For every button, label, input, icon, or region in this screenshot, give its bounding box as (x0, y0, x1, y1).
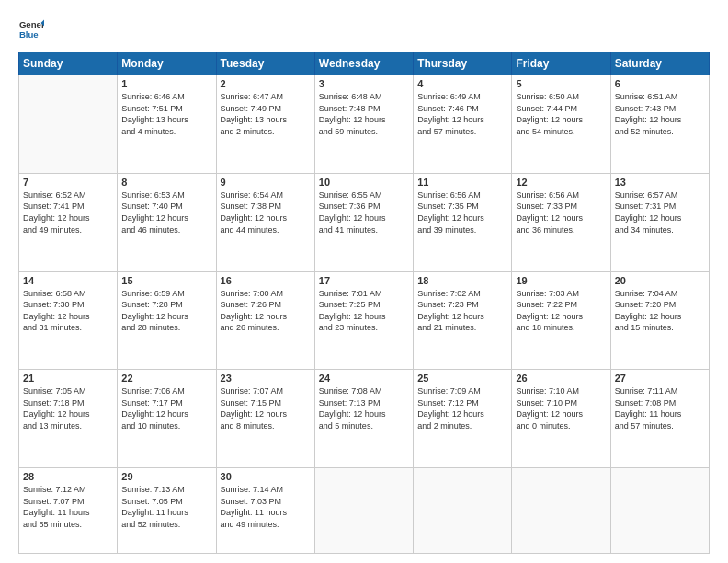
week-row-1: 7Sunrise: 6:52 AMSunset: 7:41 PMDaylight… (19, 173, 710, 271)
calendar-cell: 12Sunrise: 6:56 AMSunset: 7:33 PMDayligh… (512, 173, 610, 271)
calendar-cell: 30Sunrise: 7:14 AMSunset: 7:03 PMDayligh… (216, 468, 314, 554)
calendar-cell: 20Sunrise: 7:04 AMSunset: 7:20 PMDayligh… (610, 271, 709, 370)
day-number: 3 (319, 78, 409, 89)
calendar-cell: 23Sunrise: 7:07 AMSunset: 7:15 PMDayligh… (216, 370, 314, 468)
calendar-cell: 13Sunrise: 6:57 AMSunset: 7:31 PMDayligh… (610, 173, 709, 271)
day-number: 14 (23, 275, 113, 286)
day-number: 9 (221, 177, 311, 188)
day-number: 5 (516, 78, 606, 89)
calendar-cell (512, 468, 610, 554)
calendar-cell: 14Sunrise: 6:58 AMSunset: 7:30 PMDayligh… (19, 271, 118, 370)
calendar-cell: 3Sunrise: 6:48 AMSunset: 7:48 PMDaylight… (314, 75, 413, 174)
day-number: 23 (221, 373, 311, 384)
day-number: 25 (417, 373, 507, 384)
day-number: 12 (516, 177, 606, 188)
calendar-cell: 16Sunrise: 7:00 AMSunset: 7:26 PMDayligh… (216, 271, 314, 370)
day-number: 4 (417, 78, 507, 89)
weekday-header-friday: Friday (512, 52, 610, 75)
calendar-cell: 19Sunrise: 7:03 AMSunset: 7:22 PMDayligh… (512, 271, 610, 370)
calendar-cell: 5Sunrise: 6:50 AMSunset: 7:44 PMDaylight… (512, 75, 610, 174)
cell-info: Sunrise: 7:05 AMSunset: 7:18 PMDaylight:… (23, 385, 113, 431)
calendar-cell: 15Sunrise: 6:59 AMSunset: 7:28 PMDayligh… (118, 271, 216, 370)
day-number: 15 (121, 275, 211, 286)
calendar-cell: 11Sunrise: 6:56 AMSunset: 7:35 PMDayligh… (414, 173, 512, 271)
day-number: 17 (319, 275, 409, 286)
calendar-cell (414, 468, 512, 554)
cell-info: Sunrise: 6:55 AMSunset: 7:36 PMDaylight:… (319, 190, 409, 236)
cell-info: Sunrise: 6:47 AMSunset: 7:49 PMDaylight:… (221, 91, 311, 137)
cell-info: Sunrise: 6:48 AMSunset: 7:48 PMDaylight:… (319, 91, 409, 137)
cell-info: Sunrise: 6:58 AMSunset: 7:30 PMDaylight:… (23, 288, 113, 334)
calendar-cell: 25Sunrise: 7:09 AMSunset: 7:12 PMDayligh… (414, 370, 512, 468)
cell-info: Sunrise: 6:52 AMSunset: 7:41 PMDaylight:… (23, 190, 113, 236)
calendar-cell: 22Sunrise: 7:06 AMSunset: 7:17 PMDayligh… (118, 370, 216, 468)
svg-text:Blue: Blue (19, 29, 39, 40)
day-number: 8 (121, 177, 211, 188)
cell-info: Sunrise: 6:49 AMSunset: 7:46 PMDaylight:… (417, 91, 507, 137)
calendar-cell: 10Sunrise: 6:55 AMSunset: 7:36 PMDayligh… (314, 173, 413, 271)
day-number: 29 (121, 471, 211, 482)
calendar-cell: 29Sunrise: 7:13 AMSunset: 7:05 PMDayligh… (118, 468, 216, 554)
calendar-cell: 7Sunrise: 6:52 AMSunset: 7:41 PMDaylight… (19, 173, 118, 271)
day-number: 22 (121, 373, 211, 384)
calendar-cell (610, 468, 709, 554)
day-number: 16 (221, 275, 311, 286)
cell-info: Sunrise: 6:51 AMSunset: 7:43 PMDaylight:… (615, 91, 705, 137)
calendar-cell: 1Sunrise: 6:46 AMSunset: 7:51 PMDaylight… (118, 75, 216, 174)
day-number: 7 (23, 177, 113, 188)
weekday-header-tuesday: Tuesday (216, 52, 314, 75)
day-number: 2 (221, 78, 311, 89)
calendar-cell: 26Sunrise: 7:10 AMSunset: 7:10 PMDayligh… (512, 370, 610, 468)
day-number: 6 (615, 78, 705, 89)
day-number: 21 (23, 373, 113, 384)
cell-info: Sunrise: 6:56 AMSunset: 7:33 PMDaylight:… (516, 190, 606, 236)
calendar-cell: 2Sunrise: 6:47 AMSunset: 7:49 PMDaylight… (216, 75, 314, 174)
week-row-4: 28Sunrise: 7:12 AMSunset: 7:07 PMDayligh… (19, 468, 710, 554)
day-number: 18 (417, 275, 507, 286)
cell-info: Sunrise: 7:09 AMSunset: 7:12 PMDaylight:… (417, 385, 507, 431)
weekday-header-wednesday: Wednesday (314, 52, 413, 75)
calendar-cell: 9Sunrise: 6:54 AMSunset: 7:38 PMDaylight… (216, 173, 314, 271)
cell-info: Sunrise: 7:01 AMSunset: 7:25 PMDaylight:… (319, 288, 409, 334)
weekday-header-saturday: Saturday (610, 52, 709, 75)
calendar-cell: 28Sunrise: 7:12 AMSunset: 7:07 PMDayligh… (19, 468, 118, 554)
cell-info: Sunrise: 6:53 AMSunset: 7:40 PMDaylight:… (121, 190, 211, 236)
cell-info: Sunrise: 6:57 AMSunset: 7:31 PMDaylight:… (615, 190, 705, 236)
calendar-cell: 6Sunrise: 6:51 AMSunset: 7:43 PMDaylight… (610, 75, 709, 174)
day-number: 27 (615, 373, 705, 384)
cell-info: Sunrise: 7:04 AMSunset: 7:20 PMDaylight:… (615, 288, 705, 334)
cell-info: Sunrise: 7:08 AMSunset: 7:13 PMDaylight:… (319, 385, 409, 431)
calendar-cell (19, 75, 118, 174)
cell-info: Sunrise: 7:03 AMSunset: 7:22 PMDaylight:… (516, 288, 606, 334)
day-number: 19 (516, 275, 606, 286)
weekday-header-sunday: Sunday (19, 52, 118, 75)
logo: General Blue (18, 17, 44, 42)
day-number: 13 (615, 177, 705, 188)
weekday-header-thursday: Thursday (414, 52, 512, 75)
day-number: 20 (615, 275, 705, 286)
calendar: SundayMondayTuesdayWednesdayThursdayFrid… (18, 52, 710, 554)
cell-info: Sunrise: 7:13 AMSunset: 7:05 PMDaylight:… (121, 484, 211, 530)
cell-info: Sunrise: 6:56 AMSunset: 7:35 PMDaylight:… (417, 190, 507, 236)
calendar-cell: 18Sunrise: 7:02 AMSunset: 7:23 PMDayligh… (414, 271, 512, 370)
weekday-header-monday: Monday (118, 52, 216, 75)
calendar-cell: 17Sunrise: 7:01 AMSunset: 7:25 PMDayligh… (314, 271, 413, 370)
cell-info: Sunrise: 7:14 AMSunset: 7:03 PMDaylight:… (221, 484, 311, 530)
cell-info: Sunrise: 7:11 AMSunset: 7:08 PMDaylight:… (615, 385, 705, 431)
logo-icon: General Blue (18, 17, 44, 42)
calendar-cell: 4Sunrise: 6:49 AMSunset: 7:46 PMDaylight… (414, 75, 512, 174)
day-number: 11 (417, 177, 507, 188)
day-number: 28 (23, 471, 113, 482)
day-number: 30 (221, 471, 311, 482)
svg-text:General: General (19, 19, 44, 29)
calendar-cell: 8Sunrise: 6:53 AMSunset: 7:40 PMDaylight… (118, 173, 216, 271)
cell-info: Sunrise: 7:07 AMSunset: 7:15 PMDaylight:… (221, 385, 311, 431)
weekday-header-row: SundayMondayTuesdayWednesdayThursdayFrid… (19, 52, 710, 75)
calendar-cell: 24Sunrise: 7:08 AMSunset: 7:13 PMDayligh… (314, 370, 413, 468)
cell-info: Sunrise: 7:10 AMSunset: 7:10 PMDaylight:… (516, 385, 606, 431)
day-number: 26 (516, 373, 606, 384)
week-row-0: 1Sunrise: 6:46 AMSunset: 7:51 PMDaylight… (19, 75, 710, 174)
header: General Blue (18, 17, 710, 42)
calendar-cell (314, 468, 413, 554)
cell-info: Sunrise: 6:46 AMSunset: 7:51 PMDaylight:… (121, 91, 211, 137)
